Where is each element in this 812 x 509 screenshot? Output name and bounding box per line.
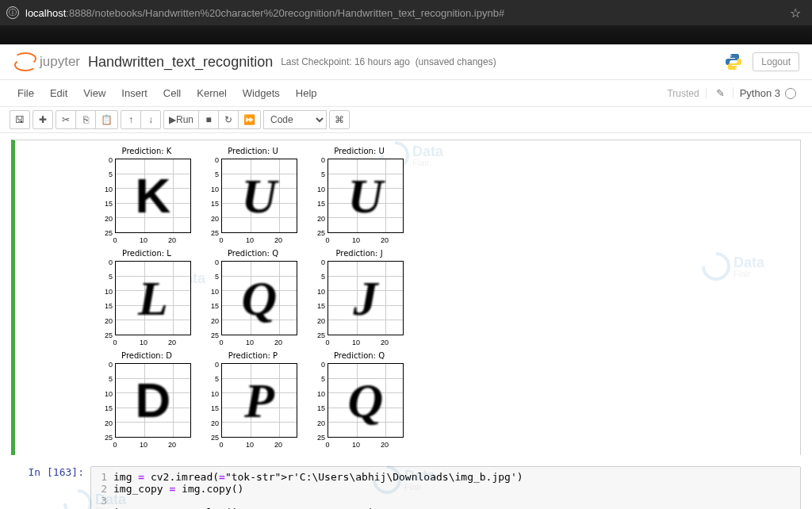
- handwritten-character: U: [330, 161, 401, 231]
- jupyter-logo-icon: [13, 51, 35, 73]
- info-icon[interactable]: ⓘ: [6, 6, 19, 19]
- menu-help[interactable]: Help: [288, 82, 325, 104]
- plot: Prediction: UU051015202501020: [313, 147, 405, 244]
- jupyter-logo-text: jupyter: [40, 54, 80, 70]
- menu-cell[interactable]: Cell: [155, 82, 189, 104]
- paste-button[interactable]: 📋: [95, 110, 118, 129]
- plot-title: Prediction: L: [101, 249, 193, 258]
- notebook-area: DataFlair DataFlair DataFlair DataFlair …: [0, 133, 812, 509]
- handwritten-character: Q: [330, 365, 401, 435]
- plot: Prediction: JJ051015202501020: [313, 249, 405, 346]
- checkpoint-text: Last Checkpoint: 16 hours ago (unsaved c…: [281, 56, 496, 67]
- handwritten-character: P: [224, 365, 295, 435]
- plot: Prediction: LL051015202501020: [101, 249, 193, 346]
- notebook-header: jupyter Handwritten_text_recognition Las…: [0, 44, 812, 79]
- plot: Prediction: QQ051015202501020: [313, 351, 405, 449]
- plot-title: Prediction: D: [101, 351, 193, 360]
- plot: Prediction: UU051015202501020: [207, 147, 299, 244]
- plot: Prediction: PP051015202501020: [207, 351, 299, 449]
- kernel-indicator[interactable]: Python 3: [733, 87, 802, 99]
- toolbar: 🖫 ✚ ✂ ⎘ 📋 ↑ ↓ ▶ Run ■ ↻ ⏩ Code ⌘: [0, 107, 812, 133]
- move-up-button[interactable]: ↑: [121, 110, 141, 129]
- trusted-indicator[interactable]: Trusted: [661, 88, 706, 99]
- plot: Prediction: DD051015202501020: [101, 351, 193, 449]
- code-input-area[interactable]: 1img = cv2.imread(="tok-str">r'C:\Users\…: [90, 466, 801, 509]
- plot-title: Prediction: J: [313, 249, 405, 258]
- output-cell: Prediction: KK051015202501020Prediction:…: [11, 140, 801, 455]
- browser-address-bar: ⓘ localhost:8888/notebooks/Handwritten%2…: [0, 0, 812, 25]
- plot: Prediction: KK051015202501020: [101, 147, 193, 244]
- celltype-select[interactable]: Code: [263, 110, 327, 129]
- edit-icon[interactable]: ✎: [707, 87, 733, 99]
- bookmark-star-icon[interactable]: ☆: [790, 6, 801, 21]
- plot-title: Prediction: K: [101, 147, 193, 155]
- menu-insert[interactable]: Insert: [113, 82, 155, 104]
- logout-button[interactable]: Logout: [753, 52, 799, 71]
- plot-title: Prediction: Q: [207, 249, 299, 258]
- move-down-button[interactable]: ↓: [140, 110, 161, 129]
- handwritten-character: U: [224, 161, 295, 231]
- svg-point-0: [730, 55, 732, 57]
- insert-cell-button[interactable]: ✚: [33, 110, 53, 129]
- restart-run-all-button[interactable]: ⏩: [238, 110, 261, 129]
- input-prompt: In [163]:: [11, 466, 90, 509]
- cut-button[interactable]: ✂: [56, 110, 76, 129]
- handwritten-character: Q: [224, 263, 295, 333]
- menu-view[interactable]: View: [75, 82, 113, 104]
- menu-file[interactable]: File: [10, 82, 42, 104]
- plot-grid: Prediction: KK051015202501020Prediction:…: [21, 147, 794, 449]
- handwritten-character: D: [117, 365, 189, 435]
- code-cell[interactable]: In [163]: 1img = cv2.imread(="tok-str">r…: [11, 466, 801, 509]
- browser-shadow: [0, 25, 812, 44]
- handwritten-character: J: [330, 263, 401, 333]
- command-palette-button[interactable]: ⌘: [329, 110, 350, 129]
- menubar: FileEditViewInsertCellKernelWidgetsHelp …: [0, 79, 812, 107]
- handwritten-character: K: [117, 161, 189, 231]
- notebook-title[interactable]: Handwritten_text_recognition: [88, 54, 273, 71]
- handwritten-character: L: [117, 263, 189, 333]
- plot-title: Prediction: U: [207, 147, 299, 155]
- url-text[interactable]: localhost:8888/notebooks/Handwritten%20c…: [25, 7, 790, 19]
- plot-title: Prediction: U: [313, 147, 405, 155]
- kernel-status-icon: [785, 88, 796, 99]
- run-button[interactable]: ▶ Run: [163, 110, 199, 129]
- svg-point-1: [735, 67, 737, 69]
- plot-title: Prediction: P: [207, 351, 299, 360]
- plot: Prediction: QQ051015202501020: [207, 249, 299, 346]
- plot-title: Prediction: Q: [313, 351, 405, 360]
- stop-button[interactable]: ■: [198, 110, 219, 129]
- menu-edit[interactable]: Edit: [42, 82, 75, 104]
- python-kernel-icon: [724, 52, 743, 71]
- menu-widgets[interactable]: Widgets: [235, 82, 288, 104]
- copy-button[interactable]: ⎘: [75, 110, 96, 129]
- menu-kernel[interactable]: Kernel: [189, 82, 235, 104]
- jupyter-logo[interactable]: jupyter: [13, 51, 80, 73]
- restart-button[interactable]: ↻: [218, 110, 239, 129]
- save-button[interactable]: 🖫: [10, 110, 30, 129]
